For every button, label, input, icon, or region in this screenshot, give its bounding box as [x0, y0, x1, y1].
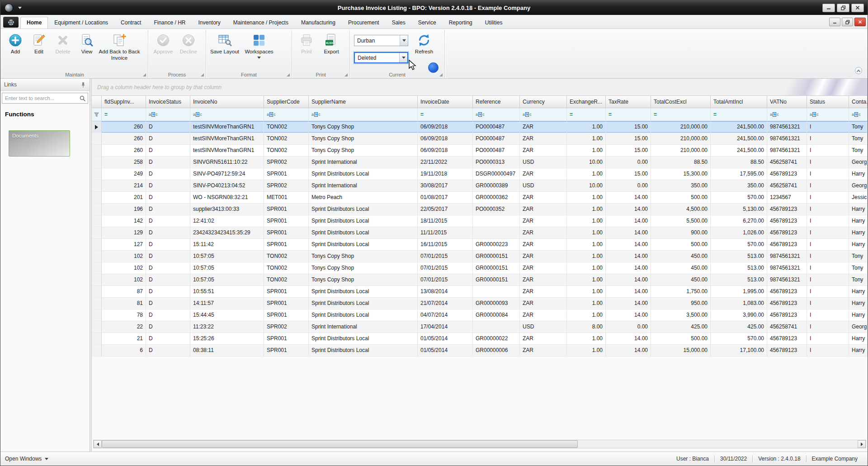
table-row[interactable]: 249DSINV-PO49712:59:24SPR001Sprint Distr… [92, 168, 868, 180]
filter-cell-ExchangeRate[interactable]: = [567, 108, 606, 121]
column-header-fldSuppInv[interactable]: fldSuppInv... [102, 96, 146, 108]
filter-cell-Status[interactable]: abc [807, 108, 849, 121]
app-icon[interactable] [5, 4, 13, 12]
group-by-panel[interactable]: Drag a column header here to group by th… [92, 79, 868, 96]
table-row[interactable]: 22D11:23:22SPR002Sprint International17/… [92, 321, 868, 333]
site-combobox[interactable]: Durban [354, 35, 408, 46]
window-close-button[interactable] [851, 4, 864, 12]
table-row[interactable]: 129D23424323423415:35:29SPR001Sprint Dis… [92, 227, 868, 239]
delete-button[interactable]: Delete [51, 31, 75, 70]
add-button[interactable]: Add [4, 31, 27, 70]
table-row[interactable]: 78D15:44:45SPR001Sprint Distributors Loc… [92, 309, 868, 321]
horizontal-scrollbar[interactable] [93, 440, 866, 448]
table-row[interactable]: 102D10:57:05TON002Tonys Copy Shop07/01/2… [92, 251, 868, 262]
filter-cell-Currency[interactable]: abc [520, 108, 567, 121]
approve-button[interactable]: Approve [151, 31, 176, 70]
table-row[interactable]: 260DtestSINVMoreThanGRN1TON002Tonys Copy… [92, 133, 868, 145]
scrollbar-track[interactable] [102, 440, 858, 448]
filter-cell-InvoiceStatus[interactable]: abc [146, 108, 190, 121]
tab-reporting[interactable]: Reporting [443, 17, 479, 29]
table-row[interactable]: 6D08:38:11SPR001Sprint Distributors Loca… [92, 345, 868, 357]
process-dialog-launcher-icon[interactable] [201, 73, 204, 76]
add-back-to-back-invoice-button[interactable]: Add Back to Back Invoice [99, 31, 140, 70]
maintain-dialog-launcher-icon[interactable] [143, 73, 146, 76]
window-restore-button[interactable] [837, 4, 849, 12]
column-header-SupplierName[interactable]: SupplierName [309, 96, 418, 108]
tab-utilities[interactable]: Utilities [479, 17, 509, 29]
tab-inventory[interactable]: Inventory [192, 17, 226, 29]
bpo-logo-icon[interactable] [3, 17, 19, 28]
column-header-InvoiceDate[interactable]: InvoiceDate [418, 96, 473, 108]
scroll-left-button[interactable] [94, 440, 102, 448]
tab-manufacturing[interactable]: Manufacturing [295, 17, 342, 29]
column-header-Status[interactable]: Status [807, 96, 849, 108]
column-header-Reference[interactable]: Reference [473, 96, 520, 108]
filter-cell-InvoiceDate[interactable]: = [418, 108, 473, 121]
column-header-InvoiceNo[interactable]: InvoiceNo [190, 96, 264, 108]
table-row[interactable]: 21D15:25:26SPR001Sprint Distributors Loc… [92, 333, 868, 345]
table-row[interactable]: 260DtestSINVMoreThanGRN1TON002Tonys Copy… [92, 145, 868, 157]
window-minimize-button[interactable] [822, 4, 835, 12]
table-row[interactable]: 260DtestSINVMoreThanGRN1TON002Tonys Copy… [92, 121, 868, 133]
filter-cell-TotalAmtIncl[interactable]: = [711, 108, 767, 121]
quick-access-caret-icon[interactable] [18, 7, 22, 9]
table-row[interactable]: 258DSINVGRN51611:10:22SPR002Sprint Inter… [92, 157, 868, 168]
view-button[interactable]: View [75, 31, 99, 70]
edit-button[interactable]: Edit [27, 31, 51, 70]
filter-cell-Reference[interactable]: abc [473, 108, 520, 121]
mdi-restore-button[interactable] [842, 18, 853, 26]
documents-tile[interactable]: Documents [9, 130, 70, 157]
table-row[interactable]: 127D15:11:42SPR001Sprint Distributors Lo… [92, 239, 868, 251]
table-row[interactable]: 102D10:57:05TON002Tonys Copy Shop07/01/2… [92, 262, 868, 274]
table-row[interactable]: 102D10:57:05TON002Tonys Copy Shop07/01/2… [92, 274, 868, 286]
column-header-InvoiceStatus[interactable]: InvoiceStatus [146, 96, 190, 108]
table-row[interactable]: 196Dsupplier3413:00:33SPR001Sprint Distr… [92, 204, 868, 215]
table-row[interactable]: 142D12:41:02SPR001Sprint Distributors Lo… [92, 215, 868, 227]
status-filter-combobox[interactable]: Deleted [354, 52, 408, 63]
scrollbar-thumb[interactable] [102, 440, 578, 448]
filter-cell-TotalCostExcl[interactable]: = [651, 108, 711, 121]
current-dialog-launcher-icon[interactable] [439, 73, 443, 76]
tab-maintenance-projects[interactable]: Maintenance / Projects [227, 17, 295, 29]
filter-cell-VATNo[interactable]: abc [767, 108, 807, 121]
tab-service[interactable]: Service [412, 17, 443, 29]
decline-button[interactable]: Decline [176, 31, 201, 70]
filter-cell-Contact[interactable]: abc [849, 108, 868, 121]
filter-cell-InvoiceNo[interactable]: abc [190, 108, 264, 121]
save-layout-button[interactable]: Save Layout [208, 31, 241, 70]
column-header-SupplierCode[interactable]: SupplierCode [264, 96, 309, 108]
tab-finance-hr[interactable]: Finance / HR [147, 17, 192, 29]
filter-cell-SupplierName[interactable]: abc [309, 108, 418, 121]
tab-home[interactable]: Home [20, 17, 48, 29]
column-header-Contact[interactable]: Conta... [849, 96, 868, 108]
search-icon[interactable] [77, 95, 88, 101]
column-header-TotalCostExcl[interactable]: TotalCostExcl [651, 96, 711, 108]
table-row[interactable]: 201DWO - NSGRN08:32:21MET001Metro Peach0… [92, 192, 868, 204]
search-input[interactable] [2, 95, 77, 101]
column-header-VATNo[interactable]: VATNo [767, 96, 807, 108]
table-row[interactable]: 87D10:55:51SPR001Sprint Distributors Loc… [92, 286, 868, 298]
filter-cell-SupplierCode[interactable]: abc [264, 108, 309, 121]
table-row[interactable]: 214DSINV-PO40213:04:52SPR002Sprint Inter… [92, 180, 868, 192]
column-header-ExchangeRate[interactable]: ExchangeR... [567, 96, 606, 108]
table-row[interactable]: 81D14:11:57SPR001Sprint Distributors Loc… [92, 298, 868, 309]
export-button[interactable]: XLSX Export [319, 31, 344, 70]
column-header-TotalAmtIncl[interactable]: TotalAmtIncl [711, 96, 767, 108]
filter-cell-fldSuppInv[interactable]: = [102, 108, 146, 121]
scroll-right-button[interactable] [858, 440, 866, 448]
tab-procurement[interactable]: Procurement [342, 17, 386, 29]
open-windows-button[interactable]: Open Windows [5, 456, 48, 462]
print-button[interactable]: Print [294, 31, 319, 70]
column-header-TaxRate[interactable]: TaxRate [606, 96, 651, 108]
ribbon-collapse-button[interactable] [855, 67, 862, 74]
status-filter-dropdown-button[interactable] [399, 53, 407, 62]
workspaces-button[interactable]: Workspaces [241, 31, 277, 70]
tab-sales[interactable]: Sales [386, 17, 412, 29]
mdi-minimize-button[interactable] [829, 18, 840, 26]
mdi-close-button[interactable] [854, 18, 866, 26]
column-header-Currency[interactable]: Currency [520, 96, 567, 108]
tab-equipment-locations[interactable]: Equipment / Locations [48, 17, 114, 29]
print-dialog-launcher-icon[interactable] [344, 73, 348, 76]
format-dialog-launcher-icon[interactable] [287, 73, 290, 76]
tab-contract[interactable]: Contract [114, 17, 147, 29]
